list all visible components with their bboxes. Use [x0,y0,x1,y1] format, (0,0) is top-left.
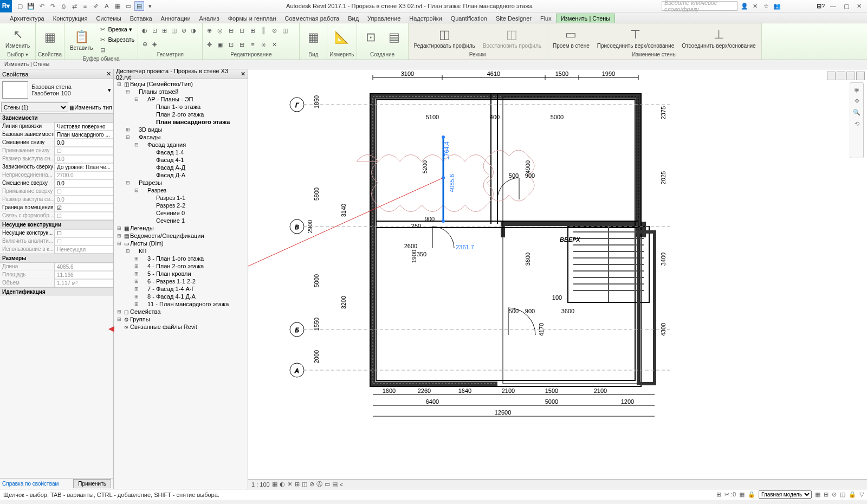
tree-node[interactable]: ⊟▭Листы (Dim) [114,240,248,247]
qat-icon[interactable]: ▭ [124,1,133,11]
app-icon[interactable]: R▾ [0,0,12,12]
sb-icon[interactable]: ✂ :0 [724,491,736,498]
props-section[interactable]: Идентификация [0,287,113,296]
tree-node[interactable]: ⊟Разрез [114,186,248,194]
redo-icon[interactable]: ↷ [48,1,57,11]
tab-quantification[interactable]: Quantification [447,14,491,23]
geom-icon[interactable]: ◐ [140,27,149,35]
tab-вид[interactable]: Вид [344,14,363,23]
tab-формы-и-генплан[interactable]: Формы и генплан [224,14,281,23]
sb-icon[interactable]: 🔒 [748,491,755,498]
tree-node[interactable]: ⊟◫Виды (Семейство/Тип) [114,80,248,88]
geom-icon[interactable]: ⊕ [140,40,149,49]
tree-node[interactable]: ⊟Фасады [114,133,248,141]
tab-архитектура[interactable]: Архитектура [5,14,49,23]
tree-node[interactable]: ⊞8 - Фасад 4-1 Д-А [114,293,248,300]
create-icon[interactable]: ▤ [383,28,406,47]
tree-node[interactable]: Фасад 1-4 [114,148,248,156]
props-row[interactable]: Длина4085.6 [0,263,113,271]
vc-icon[interactable]: Ⓐ [316,480,322,488]
tree-node[interactable]: Сечение 1 [114,217,248,224]
props-row[interactable]: Площадь11.166 [0,271,113,279]
tree-node[interactable]: План 1-го этажа [114,103,248,111]
props-row[interactable]: Зависимость сверхуДо уровня: План че... [0,163,113,171]
vc-icon[interactable]: ▦ [272,481,277,488]
minimize-button[interactable]: — [830,3,836,10]
scale-selector[interactable]: 1 : 100 [251,481,270,488]
tree-node[interactable]: ⊞7 - Фасад 1-4 А-Г [114,285,248,293]
geom-icon[interactable]: ⊘ [179,27,188,35]
model-select[interactable]: Главная модель [759,490,812,499]
tree-node[interactable]: ⊟Разрезы [114,179,248,186]
props-row[interactable]: Базовая зависимостьПлан мансардного ... [0,131,113,139]
vc-icon[interactable]: ◫ [302,481,307,488]
sb-filter-icon[interactable]: ▽ [859,491,864,498]
save-icon[interactable]: 💾 [26,1,36,11]
vc-icon[interactable]: ☀ [287,481,293,488]
geom-icon[interactable]: ⊞ [160,27,169,35]
vc-icon[interactable]: < [340,481,343,488]
tree-node[interactable]: Фасад А-Д [114,164,248,171]
close-button[interactable]: ✕ [857,3,862,10]
tree-node[interactable]: ⊞3 - План 1-ого этажа [114,255,248,262]
props-row[interactable]: Включить аналити...☐ [0,237,113,245]
tab-вставка[interactable]: Вставка [126,14,157,23]
tree-node[interactable]: Разрез 1-1 [114,194,248,202]
open-icon[interactable]: ▢ [15,1,25,11]
edit-icon[interactable]: ⊡ [237,26,246,35]
tree-node[interactable]: ⊞6 - Разрез 1-1 2-2 [114,277,248,285]
exchange-icon[interactable]: ✕ [750,1,760,11]
filter-select[interactable]: Стены (1) [1,102,68,112]
edit-icon[interactable]: ≡ [248,40,257,49]
tree-node[interactable]: ⊞▤Ведомости/Спецификации [114,232,248,240]
tree-node[interactable]: ⊟Фасад здания [114,141,248,148]
cut-button[interactable]: ✂Вырезать [97,35,135,44]
props-section[interactable]: Размеры [0,254,113,263]
geom-icon[interactable]: ◫ [170,27,178,35]
attach-button[interactable]: ⊤Присоединить верх/основание [594,25,678,50]
props-section[interactable]: Несущие конструкции [0,220,113,229]
search-input[interactable]: Введите ключевое слово/фразу [662,1,737,11]
tab-системы[interactable]: Системы [92,14,126,23]
geom-icon[interactable]: ◑ [189,27,198,35]
sb-icon[interactable]: ⊞ [824,491,829,498]
chevron-down-icon[interactable]: ▾ [108,87,111,94]
tab-flux[interactable]: Flux [536,14,556,23]
properties-button[interactable]: ▦ [38,28,61,47]
user-icon[interactable]: 👥 [772,1,782,11]
tree-node[interactable]: ∞Связанные файлы Revit [114,323,248,331]
props-row[interactable]: Несущие конструк...☐ [0,229,113,237]
print-icon[interactable]: ⎙ [59,1,68,11]
edit-icon[interactable]: ⊘ [270,26,279,35]
tab-site-designer[interactable]: Site Designer [491,14,536,23]
edit-type-button[interactable]: ▦ Изменить тип [69,102,112,112]
props-row[interactable]: Смещение сверху0.0 [0,179,113,188]
undo-icon[interactable]: ↶ [37,1,47,11]
props-row[interactable]: Примыкание сверху☐ [0,188,113,196]
vc-icon[interactable]: ▤ [332,481,338,488]
qat-icon[interactable]: ▾ [145,1,155,11]
tab-совместная-работа[interactable]: Совместная работа [281,14,344,23]
tree-node[interactable]: Сечение 0 [114,209,248,217]
props-row[interactable]: Смещение снизу0.0 [0,139,113,147]
edit-icon[interactable]: ⊕ [205,26,213,35]
qat-icon[interactable]: ≡ [80,1,90,11]
create-icon[interactable]: ⊡ [359,28,382,47]
favorite-icon[interactable]: ☆ [761,1,771,11]
drawing-canvas[interactable]: ◉ ✥ 🔍 ⟲ [248,69,867,489]
paste-button[interactable]: 📋Вставить [67,28,96,52]
edit-icon[interactable]: ║ [259,26,268,35]
geom-icon[interactable]: ◈ [150,40,159,49]
close-icon[interactable]: ✕ [241,70,245,77]
edit-icon[interactable]: ▣ [216,40,224,49]
props-row[interactable]: Неприсоединенна...2700.0 [0,171,113,179]
props-row[interactable]: Объем1.117 м³ [0,279,113,287]
tree-node[interactable]: ⊞4 - План 2-ого этажа [114,262,248,270]
edit-icon[interactable]: ⊞ [237,40,246,49]
tree-node[interactable]: ⊟КП [114,247,248,255]
tree-node[interactable]: Разрез 2-2 [114,202,248,209]
sb-icon[interactable]: ⊞ [716,491,721,498]
tree-node[interactable]: План 2-ого этажа [114,111,248,118]
tree-node[interactable]: План мансардного этажа [114,118,248,126]
view-icon[interactable]: ▦ [302,28,325,47]
